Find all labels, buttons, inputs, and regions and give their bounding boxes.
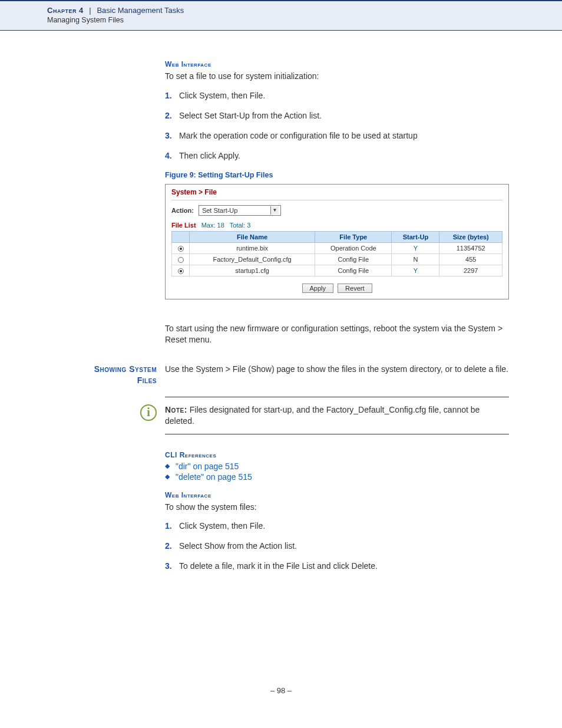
col-select bbox=[172, 231, 190, 242]
col-startup: Start-Up bbox=[392, 231, 439, 242]
ui-action-row: Action: Set Start-Up ▼ bbox=[166, 204, 508, 222]
sec2-intro: Use the System > File (Show) page to sho… bbox=[165, 364, 509, 375]
file-list-table: File Name File Type Start-Up Size (bytes… bbox=[171, 231, 503, 276]
step-text: Mark the operation code or configuration… bbox=[179, 131, 418, 140]
cell-filetype: Config File bbox=[315, 253, 392, 265]
table-row: Factory_Default_Config.cfg Config File N… bbox=[172, 253, 503, 265]
sec1-intro: To set a file to use for system initiali… bbox=[165, 71, 509, 83]
cli-link-list: "dir" on page 515 "delete" on page 515 bbox=[165, 462, 509, 482]
step-number: 2. bbox=[165, 541, 179, 551]
cell-startup: Y bbox=[392, 242, 439, 253]
action-label: Action: bbox=[171, 207, 194, 214]
step-item: 1.Click System, then File. bbox=[165, 91, 509, 100]
side-heading-showing-files: Showing System Files bbox=[0, 364, 157, 386]
note-body: Files designated for start-up, and the F… bbox=[165, 405, 480, 426]
cell-filename: startup1.cfg bbox=[190, 265, 315, 276]
info-icon: i bbox=[140, 404, 157, 421]
web-interface-heading-1: Web Interface bbox=[165, 60, 509, 68]
page-number: – 98 – bbox=[0, 686, 562, 695]
col-size: Size (bytes) bbox=[439, 231, 503, 242]
step-text: To delete a file, mark it in the File Li… bbox=[179, 561, 378, 571]
radio-input[interactable] bbox=[178, 246, 184, 252]
cell-size: 2297 bbox=[439, 265, 503, 276]
radio-input[interactable] bbox=[178, 268, 184, 274]
note-block: i Note: Files designated for start-up, a… bbox=[165, 397, 509, 434]
cell-filetype: Config File bbox=[315, 265, 392, 276]
step-text: Click System, then File. bbox=[179, 91, 265, 100]
step-text: Select Set Start-Up from the Action list… bbox=[179, 111, 322, 120]
cell-size: 11354752 bbox=[439, 242, 503, 253]
step-number: 4. bbox=[165, 151, 179, 160]
step-item: 3.Mark the operation code or configurati… bbox=[165, 131, 509, 140]
step-item: 2.Select Set Start-Up from the Action li… bbox=[165, 111, 509, 120]
cell-startup: N bbox=[392, 253, 439, 265]
col-filetype: File Type bbox=[315, 231, 392, 242]
after-figure-text: To start using the new firmware or confi… bbox=[165, 323, 509, 346]
header-separator: | bbox=[89, 6, 91, 15]
figure-ui-panel: System > File Action: Set Start-Up ▼ Fil… bbox=[165, 184, 509, 299]
step-item: 4.Then click Apply. bbox=[165, 151, 509, 160]
sec2-steps: 1.Click System, then File. 2.Select Show… bbox=[165, 521, 509, 571]
chapter-label: Chapter 4 bbox=[47, 6, 84, 15]
file-list-max: Max: 18 bbox=[201, 222, 224, 229]
step-number: 2. bbox=[165, 111, 179, 120]
cli-references-heading: CLI References bbox=[165, 451, 509, 459]
file-list-header: File List Max: 18 Total: 3 bbox=[166, 222, 508, 231]
table-row: startup1.cfg Config File Y 2297 bbox=[172, 265, 503, 276]
step-number: 3. bbox=[165, 131, 179, 140]
action-select-value: Set Start-Up bbox=[202, 207, 238, 214]
cell-startup: Y bbox=[392, 265, 439, 276]
cell-filetype: Operation Code bbox=[315, 242, 392, 253]
chapter-topic: Basic Management Tasks bbox=[97, 6, 184, 15]
radio-input[interactable] bbox=[178, 257, 184, 263]
cell-size: 455 bbox=[439, 253, 503, 265]
step-text: Then click Apply. bbox=[179, 151, 240, 160]
page-header: Chapter 4 | Basic Management Tasks Manag… bbox=[0, 0, 562, 31]
cli-link-delete[interactable]: "delete" on page 515 bbox=[176, 472, 252, 482]
row-radio-cell bbox=[172, 242, 190, 253]
web-interface-heading-2: Web Interface bbox=[165, 491, 509, 499]
step-number: 1. bbox=[165, 91, 179, 100]
step-item: 1.Click System, then File. bbox=[165, 521, 509, 531]
step-text: Select Show from the Action list. bbox=[179, 541, 297, 551]
cell-filename: runtime.bix bbox=[190, 242, 315, 253]
row-radio-cell bbox=[172, 253, 190, 265]
step-number: 3. bbox=[165, 561, 179, 571]
table-header-row: File Name File Type Start-Up Size (bytes… bbox=[172, 231, 503, 242]
sec1-steps: 1.Click System, then File. 2.Select Set … bbox=[165, 91, 509, 160]
row-radio-cell bbox=[172, 265, 190, 276]
revert-button[interactable]: Revert bbox=[338, 284, 372, 293]
note-text: Note: Files designated for start-up, and… bbox=[165, 404, 509, 427]
cell-filename: Factory_Default_Config.cfg bbox=[190, 253, 315, 265]
file-list-label: File List bbox=[171, 222, 196, 229]
cli-link-item: "delete" on page 515 bbox=[165, 472, 509, 482]
col-filename: File Name bbox=[190, 231, 315, 242]
file-list-total: Total: 3 bbox=[230, 222, 250, 229]
chevron-down-icon: ▼ bbox=[270, 206, 279, 215]
figure-caption: Figure 9: Setting Start-Up Files bbox=[165, 171, 509, 179]
header-line-1: Chapter 4 | Basic Management Tasks bbox=[47, 6, 562, 15]
ui-button-row: Apply Revert bbox=[166, 284, 508, 299]
step-number: 1. bbox=[165, 521, 179, 531]
cli-link-item: "dir" on page 515 bbox=[165, 462, 509, 471]
sec2-web-intro: To show the system files: bbox=[165, 502, 509, 513]
apply-button[interactable]: Apply bbox=[302, 284, 334, 293]
note-label: Note: bbox=[165, 405, 187, 414]
step-text: Click System, then File. bbox=[179, 521, 265, 531]
header-section: Managing System Files bbox=[47, 16, 562, 24]
ui-breadcrumb: System > File bbox=[166, 185, 508, 199]
cli-link-dir[interactable]: "dir" on page 515 bbox=[176, 462, 239, 471]
step-item: 3.To delete a file, mark it in the File … bbox=[165, 561, 509, 571]
table-row: runtime.bix Operation Code Y 11354752 bbox=[172, 242, 503, 253]
action-select[interactable]: Set Start-Up ▼ bbox=[199, 205, 281, 216]
ui-divider bbox=[171, 200, 503, 200]
step-item: 2.Select Show from the Action list. bbox=[165, 541, 509, 551]
